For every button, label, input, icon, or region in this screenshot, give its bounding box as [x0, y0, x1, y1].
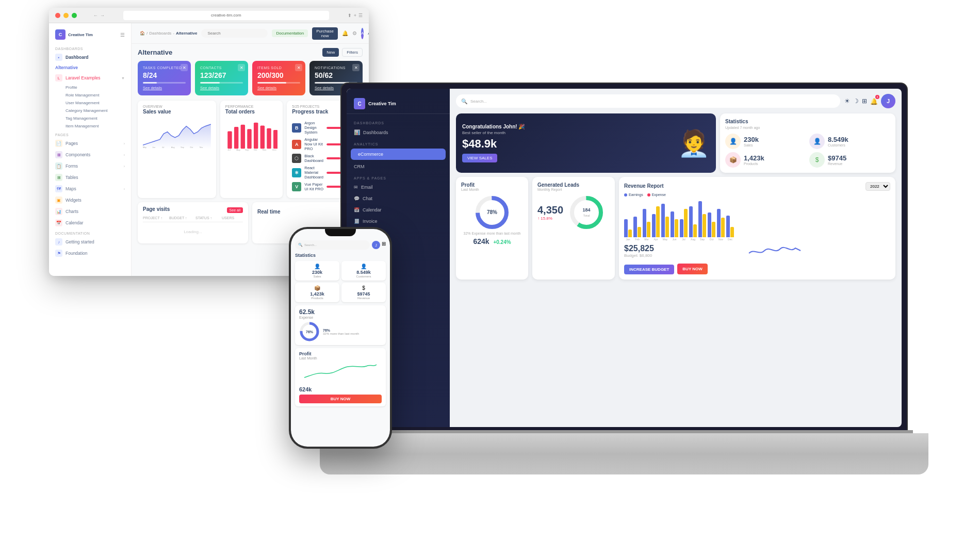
- rev-group-nov: Nov: [717, 201, 725, 241]
- sidebar-item-forms[interactable]: 📋 Forms ›: [49, 160, 131, 172]
- svg-text:Nov: Nov: [263, 149, 267, 151]
- laptop-grid-icon[interactable]: ⊞: [862, 97, 867, 105]
- expense-legend: Expense: [647, 193, 666, 196]
- laptop-nav-calendar[interactable]: 📅 Calendar: [347, 204, 450, 216]
- earn-bar-oct: [708, 212, 711, 237]
- maximize-dot[interactable]: [72, 13, 77, 18]
- search-input[interactable]: [201, 29, 268, 38]
- laptop-nav-ecommerce[interactable]: eCommerce: [351, 149, 446, 160]
- phone-content: 🔍 Search... J ⊞ Statistics 👤 230k Sa: [291, 236, 390, 412]
- maps-icon: 🗺: [55, 185, 62, 192]
- phone-screen: 🔍 Search... J ⊞ Statistics 👤 230k Sa: [291, 229, 390, 447]
- sidebar: C Creative Tim ☰ Dashboards ▪ Dashboard …: [49, 23, 132, 276]
- svg-text:Oct: Oct: [190, 146, 193, 149]
- laptop-search-bar[interactable]: 🔍 Search...: [456, 94, 840, 108]
- statistics-title: Statistics: [725, 119, 890, 124]
- tables-icon: ⊞: [55, 174, 62, 181]
- phone-buy-button[interactable]: BUY NOW: [299, 395, 382, 403]
- svg-text:Jul: Jul: [227, 149, 230, 151]
- see-all-button[interactable]: See all: [227, 207, 243, 213]
- page-header: Alternative New Filters: [138, 48, 363, 57]
- minimize-dot[interactable]: [63, 13, 69, 18]
- notification-badge: 4: [875, 95, 879, 99]
- laptop-nav-email[interactable]: ✉ Email: [347, 182, 450, 193]
- stat-link-tasks[interactable]: See details: [143, 86, 186, 90]
- laptop-nav-invoice[interactable]: 🧾 Invoice: [347, 216, 450, 227]
- laptop-contrast-icon[interactable]: ☀: [844, 97, 850, 105]
- exp-bar-jun: [675, 219, 678, 237]
- sidebar-item-maps[interactable]: 🗺 Maps ›: [49, 183, 131, 194]
- sidebar-item-tables[interactable]: ⊞ Tables: [49, 172, 131, 183]
- sidebar-item-laravel[interactable]: L Laravel Examples ▼: [49, 72, 131, 84]
- sidebar-submenu-user[interactable]: User Management: [49, 99, 131, 107]
- laptop-avatar[interactable]: J: [881, 94, 895, 108]
- forms-icon: 📋: [55, 162, 62, 170]
- sidebar-item-getting-started[interactable]: ♪ Getting started: [49, 236, 131, 248]
- laptop-moon-icon[interactable]: ☽: [853, 97, 859, 105]
- sidebar-item-pages[interactable]: 📄 Pages ›: [49, 138, 131, 149]
- revenue-title: Revenue Report: [624, 183, 664, 189]
- phone-notch: [325, 229, 356, 236]
- close-dot[interactable]: [55, 13, 60, 18]
- documentation-button[interactable]: Documentation: [272, 29, 308, 37]
- devices-area: C Creative Tim Dashboards 📊 Dashboards A…: [279, 83, 975, 536]
- sidebar-item-alternative[interactable]: Alternative: [49, 63, 131, 72]
- earn-bar-mar: [643, 209, 646, 237]
- svg-text:Nov: Nov: [200, 146, 203, 149]
- svg-rect-11: [254, 123, 258, 149]
- sales-icon: 👤: [725, 134, 741, 149]
- sidebar-item-charts[interactable]: 📊 Charts: [49, 206, 131, 217]
- orders-chart-svg: Jul Aug Sep Oct Nov Dec: [225, 118, 277, 154]
- phone-avatar[interactable]: J: [372, 241, 380, 249]
- leads-content: 4,350 ↑ 15.8% 184 Total: [537, 194, 610, 231]
- sidebar-item-dashboard[interactable]: ▪ Dashboard: [49, 52, 131, 63]
- phone-settings-icon[interactable]: ⊞: [382, 241, 386, 249]
- revenue-wavy-line: [659, 243, 890, 258]
- revenue-year-select[interactable]: 2022 2021: [865, 182, 890, 191]
- increase-budget-button[interactable]: INCREASE BUDGET: [624, 265, 674, 274]
- sidebar-item-widgets[interactable]: ▣ Widgets: [49, 194, 131, 206]
- phone-products-icon: 📦: [298, 285, 337, 291]
- sidebar-submenu-category[interactable]: Category Management: [49, 107, 131, 114]
- congratulations-figure: 🧑‍💼: [678, 130, 710, 156]
- sales-chart-svg: May Jun Jul Aug Sep Oct Nov: [143, 118, 211, 154]
- new-button[interactable]: New: [322, 48, 339, 57]
- sidebar-submenu-role[interactable]: Role Management: [49, 91, 131, 99]
- stat-link-contacts[interactable]: See details: [200, 86, 243, 90]
- sidebar-submenu-tag[interactable]: Tag Management: [49, 114, 131, 122]
- sidebar-item-components[interactable]: ⊞ Components ›: [49, 149, 131, 160]
- laptop-nav-dashboards[interactable]: 📊 Dashboards: [347, 126, 450, 138]
- browser-url[interactable]: creative-tim.com: [123, 11, 329, 20]
- svg-text:184: 184: [583, 207, 591, 212]
- laptop-bell-icon[interactable]: 🔔: [870, 98, 878, 105]
- congratulations-info: Congratulations John! 🎉 Best seller of t…: [462, 124, 673, 162]
- settings-icon[interactable]: ⚙: [352, 30, 357, 36]
- purchase-now-button[interactable]: Purchase now: [312, 27, 338, 40]
- revenue-header: Revenue Report 2022 2021: [624, 182, 890, 191]
- sidebar-submenu-item[interactable]: Item Management: [49, 122, 131, 130]
- sidebar-menu-icon[interactable]: ☰: [120, 32, 125, 38]
- filters-button[interactable]: Filters: [342, 48, 363, 57]
- sidebar-submenu-profile[interactable]: Profile: [49, 84, 131, 91]
- view-sales-button[interactable]: VIEW SALES: [462, 154, 497, 162]
- sales-chart-card: Overview Sales value May: [138, 101, 216, 198]
- sidebar-item-calendar[interactable]: 📅 Calendar: [49, 217, 131, 228]
- notification-icon[interactable]: 🔔: [342, 30, 348, 36]
- revenue-budget: Budget: $6,800: [624, 253, 654, 258]
- svg-rect-12: [260, 126, 264, 149]
- leads-numbers: 4,350 ↑ 15.8%: [537, 204, 563, 221]
- sidebar-brand: Creative Tim: [68, 32, 120, 37]
- sidebar-section-docs: Documentation: [49, 228, 131, 236]
- widgets-icon: ▣: [55, 196, 62, 204]
- revenue-bar-chart: Jan Feb: [624, 200, 890, 241]
- svg-rect-13: [267, 128, 271, 149]
- rev-group-dec: Dec: [726, 201, 734, 241]
- profit-donut: 78%: [474, 194, 510, 231]
- exp-bar-jul: [684, 209, 688, 237]
- laptop-nav-chat[interactable]: 💬 Chat: [347, 193, 450, 204]
- avatar[interactable]: A: [361, 28, 364, 39]
- buy-now-button[interactable]: BUY NOW: [677, 264, 708, 274]
- sidebar-item-foundation[interactable]: ⚑ Foundation: [49, 248, 131, 259]
- laptop-nav-crm[interactable]: CRM: [347, 161, 450, 172]
- phone-search[interactable]: 🔍 Search...: [295, 240, 370, 250]
